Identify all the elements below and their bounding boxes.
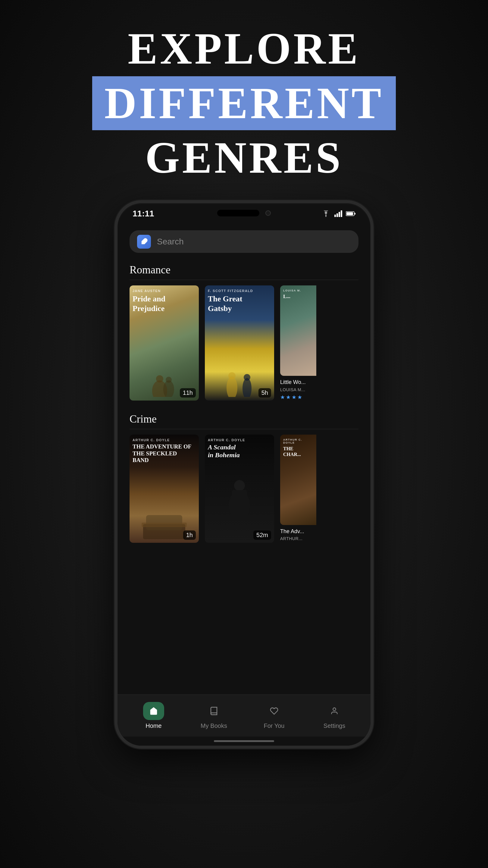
home-icon xyxy=(149,707,158,715)
hero-line2: DIFFERENT xyxy=(104,79,384,128)
star1: ★ xyxy=(280,394,285,401)
heart-icon xyxy=(270,707,279,715)
svg-rect-2 xyxy=(336,213,338,217)
hero-line3: GENRES xyxy=(92,133,395,182)
hero-highlight: DIFFERENT xyxy=(92,76,395,130)
scroll-content: Romance JANE AUSTEN Pride andPrejudice xyxy=(118,257,370,694)
speckled-art xyxy=(140,509,188,539)
svg-point-11 xyxy=(166,377,172,383)
front-camera xyxy=(265,210,271,216)
book-card-adventures-partial[interactable]: ARTHUR C. DOYLE THECHAR... The Adv... AR… xyxy=(280,435,316,543)
star4: ★ xyxy=(297,394,302,401)
star2: ★ xyxy=(286,394,291,401)
nav-my-books[interactable]: My Books xyxy=(184,702,244,730)
search-placeholder: Search xyxy=(157,237,184,247)
cover-author-adv-partial: ARTHUR C. DOYLE xyxy=(283,438,313,444)
phone-content: 2 Search Romance JANE AUSTEN Prid xyxy=(118,224,370,746)
duration-scandal: 52m xyxy=(253,530,271,540)
cover-author-gatsby: F. SCOTT FITZGERALD xyxy=(208,289,271,293)
cover-title-pride: Pride andPrejudice xyxy=(133,294,196,313)
crime-books-row: ARTHUR C. DOYLE THE ADVENTURE OFTHE SPEC… xyxy=(130,435,358,543)
book-card-little-women[interactable]: LOUISA M. L... Little Wo... LOUISA M... … xyxy=(280,285,316,400)
search-area: 2 Search xyxy=(118,224,370,257)
svg-rect-4 xyxy=(341,210,342,217)
nav-settings[interactable]: Settings xyxy=(304,702,364,730)
cover-author-speckled: ARTHUR C. DOYLE xyxy=(133,438,196,442)
cover-title-scandal: A Scandalin Bohemia xyxy=(208,443,240,459)
gatsby-art xyxy=(216,364,264,397)
svg-point-10 xyxy=(163,380,174,397)
book-cover-speckled: ARTHUR C. DOYLE THE ADVENTURE OFTHE SPEC… xyxy=(130,435,199,543)
romance-books-row: JANE AUSTEN Pride andPrejudice xyxy=(130,285,358,400)
svg-point-14 xyxy=(242,378,252,397)
svg-point-15 xyxy=(244,374,250,381)
status-icons xyxy=(321,210,355,217)
settings-label: Settings xyxy=(324,722,345,730)
wifi-icon xyxy=(321,210,331,217)
book-cover-little-women: LOUISA M. L... xyxy=(280,285,316,376)
my-books-icon-wrapper xyxy=(203,702,224,720)
svg-rect-7 xyxy=(347,212,353,215)
cover-author-lw: LOUISA M. xyxy=(283,289,313,292)
book-card-speckled-band[interactable]: ARTHUR C. DOYLE THE ADVENTURE OFTHE SPEC… xyxy=(130,435,199,543)
feather-icon: 2 xyxy=(140,238,148,246)
svg-rect-21 xyxy=(232,490,247,507)
book-cover-adventures-partial: ARTHUR C. DOYLE THECHAR... xyxy=(280,435,316,525)
book-cover-great-gatsby: F. SCOTT FITZGERALD The GreatGatsby xyxy=(205,285,274,400)
for-you-icon-wrapper xyxy=(264,702,285,720)
cover-title-speckled: THE ADVENTURE OFTHE SPECKLEDBAND xyxy=(133,443,196,464)
home-indicator xyxy=(118,737,370,746)
crime-section: Crime ARTHUR C. DOYLE THE ADVENTURE OFTH… xyxy=(130,407,358,543)
phone-notch xyxy=(202,206,286,220)
book-author-adv-partial: ARTHUR... xyxy=(280,536,316,541)
book-card-scandal-bohemia[interactable]: ARTHUR C. DOYLE A Scandalin Bohemia xyxy=(205,435,274,543)
nav-for-you[interactable]: For You xyxy=(244,702,304,730)
nav-home[interactable]: Home xyxy=(124,702,184,730)
my-books-label: My Books xyxy=(201,722,227,730)
svg-point-0 xyxy=(326,216,327,217)
svg-rect-18 xyxy=(141,523,187,527)
hero-line1: EXPLORE xyxy=(92,24,395,73)
book-title-adv-partial: The Adv... xyxy=(280,528,316,535)
cover-author-pride: JANE AUSTEN xyxy=(133,289,196,293)
crime-header: Crime xyxy=(130,407,358,429)
svg-rect-3 xyxy=(338,212,340,217)
svg-rect-6 xyxy=(355,213,355,215)
svg-rect-1 xyxy=(334,215,336,217)
romance-header: Romance xyxy=(130,257,358,280)
search-bar[interactable]: 2 Search xyxy=(130,230,358,253)
book-author-lw: LOUISA M... xyxy=(280,387,316,392)
home-bar xyxy=(214,740,274,742)
duration-gatsby: 5h xyxy=(258,388,271,398)
phone-mockup: 11:11 xyxy=(115,200,373,749)
book-card-pride-prejudice[interactable]: JANE AUSTEN Pride andPrejudice xyxy=(130,285,199,400)
svg-point-9 xyxy=(156,375,163,382)
book-cover-pride-prejudice: JANE AUSTEN Pride andPrejudice xyxy=(130,285,199,400)
settings-icon-wrapper xyxy=(324,702,345,720)
app-icon: 2 xyxy=(137,235,151,249)
stars-lw: ★ ★ ★ ★ xyxy=(280,394,316,401)
home-label: Home xyxy=(145,722,161,730)
book-icon xyxy=(209,707,218,715)
signal-icon xyxy=(334,210,342,217)
cover-title-adv-partial: THECHAR... xyxy=(283,446,313,457)
hero-section: EXPLORE DIFFERENT GENRES xyxy=(92,24,395,182)
svg-point-19 xyxy=(234,480,245,491)
battery-icon xyxy=(346,211,355,216)
bottom-navigation: Home My Books For You xyxy=(118,694,370,737)
book-card-great-gatsby[interactable]: F. SCOTT FITZGERALD The GreatGatsby xyxy=(205,285,274,400)
svg-point-12 xyxy=(227,376,237,397)
romance-section: Romance JANE AUSTEN Pride andPrejudice xyxy=(130,257,358,400)
cover-title-lw: L... xyxy=(283,293,313,300)
crime-title: Crime xyxy=(130,412,157,425)
book-title-lw: Little Wo... xyxy=(280,379,316,386)
cover-title-gatsby: The GreatGatsby xyxy=(208,294,271,313)
book-cover-scandal: ARTHUR C. DOYLE A Scandalin Bohemia xyxy=(205,435,274,543)
for-you-label: For You xyxy=(264,722,285,730)
duration-speckled: 1h xyxy=(183,530,196,540)
status-time: 11:11 xyxy=(133,209,154,218)
bohemia-silhouette xyxy=(224,479,255,519)
star3: ★ xyxy=(292,394,296,401)
home-icon-wrapper xyxy=(143,702,164,720)
svg-point-22 xyxy=(333,708,335,711)
